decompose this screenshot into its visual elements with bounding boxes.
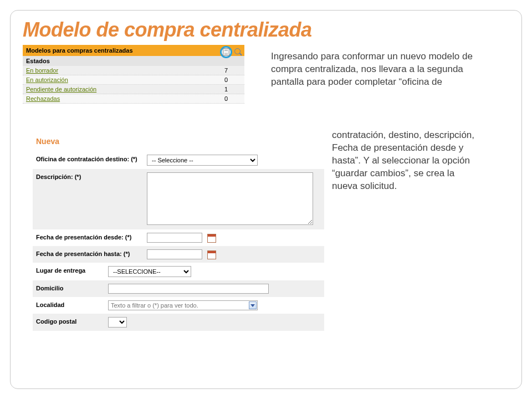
status-panel: Modelos para compras centralizadas Estad… xyxy=(23,45,244,104)
localidad-input[interactable] xyxy=(108,300,258,310)
chevron-down-icon[interactable] xyxy=(249,301,257,309)
search-icon[interactable] xyxy=(234,48,242,56)
status-link[interactable]: En borrador xyxy=(26,67,224,74)
status-row: Rechazadas 0 xyxy=(23,94,244,104)
status-row: En autorización 0 xyxy=(23,75,244,85)
row-lugar: Lugar de entrega --SELECCIONE-- xyxy=(33,263,324,280)
oficina-select[interactable]: -- Seleccione -- xyxy=(147,155,258,166)
status-subheader: Estados xyxy=(23,56,244,66)
status-row: En borrador 7 xyxy=(23,66,244,75)
row-fecha-hasta: Fecha de presentación hasta: (*) xyxy=(33,246,324,263)
status-header-text: Modelos para compras centralizadas xyxy=(26,47,133,54)
label-domicilio: Domicilio xyxy=(36,284,108,291)
row-descripcion: Descripción: (*) xyxy=(33,169,324,229)
calendar-icon[interactable] xyxy=(207,234,216,243)
label-fecha-hasta: Fecha de presentación hasta: (*) xyxy=(36,249,147,257)
label-fecha-desde: Fecha de presentación desde: (*) xyxy=(36,233,147,241)
lugar-select[interactable]: --SELECCIONE-- xyxy=(108,266,191,277)
row-codigo-postal: Codigo postal xyxy=(33,314,324,331)
domicilio-input[interactable] xyxy=(108,284,269,294)
nueva-form: Nueva Oficina de contratación destino: (… xyxy=(33,135,324,331)
status-header: Modelos para compras centralizadas xyxy=(23,45,244,56)
label-codigo-postal: Codigo postal xyxy=(36,317,108,325)
status-link[interactable]: Rechazadas xyxy=(26,95,224,102)
status-count: 0 xyxy=(224,95,241,102)
description-text-2: contratación, destino, descripción, Fech… xyxy=(332,129,476,193)
row-oficina: Oficina de contratación destino: (*) -- … xyxy=(33,151,324,169)
row-domicilio: Domicilio xyxy=(33,280,324,297)
codigo-postal-select[interactable] xyxy=(108,317,127,328)
description-text-1: Ingresando para conformar un nuevo model… xyxy=(271,50,493,89)
status-row: Pendiente de autorización 1 xyxy=(23,85,244,94)
fecha-desde-input[interactable] xyxy=(147,233,202,243)
form-title: Nueva xyxy=(33,135,324,151)
label-lugar: Lugar de entrega xyxy=(36,266,108,274)
status-count: 1 xyxy=(224,86,241,93)
row-localidad: Localidad xyxy=(33,297,324,314)
descripcion-textarea[interactable] xyxy=(147,172,313,225)
status-link[interactable]: Pendiente de autorización xyxy=(26,86,224,93)
label-localidad: Localidad xyxy=(36,300,108,308)
row-fecha-desde: Fecha de presentación desde: (*) xyxy=(33,229,324,246)
document-icon xyxy=(223,48,229,56)
page-title: Modelo de compra centralizada xyxy=(23,18,509,42)
label-descripcion: Descripción: (*) xyxy=(36,172,147,180)
label-oficina: Oficina de contratación destino: (*) xyxy=(36,155,147,162)
status-count: 7 xyxy=(224,67,241,74)
calendar-icon[interactable] xyxy=(207,250,216,259)
fecha-hasta-input[interactable] xyxy=(147,249,202,259)
status-count: 0 xyxy=(224,76,241,83)
status-link[interactable]: En autorización xyxy=(26,76,224,83)
new-model-button[interactable] xyxy=(220,46,232,58)
